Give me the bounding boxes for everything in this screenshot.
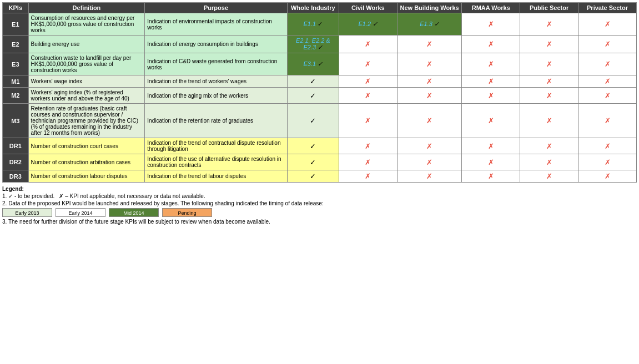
- table-row: M3 Retention rate of graduates (basic cr…: [3, 104, 637, 138]
- new-building-cell: ✗: [397, 170, 462, 183]
- whole-industry-cell: ✓: [287, 88, 339, 104]
- header-rmaa: RMAA Works: [462, 3, 520, 13]
- rmaa-cell: ✗: [462, 75, 520, 88]
- table-row: E3 Construction waste to landfill per da…: [3, 53, 637, 75]
- new-building-cell: ✗: [397, 104, 462, 138]
- whole-industry-cell: E1.1 ✓: [287, 13, 339, 36]
- civil-works-cell: E1.2 ✓: [339, 13, 397, 36]
- purpose-cell: Indication of the trend of labour disput…: [145, 170, 287, 183]
- purpose-cell: Indication of the trend of contractual d…: [145, 138, 287, 154]
- civil-works-cell: ✗: [339, 88, 397, 104]
- header-private: Private Sector: [578, 3, 637, 13]
- legend-title: Legend:: [2, 186, 637, 192]
- purpose-cell: Indication of C&D waste generated from c…: [145, 53, 287, 75]
- public-sector-cell: ✗: [520, 53, 578, 75]
- private-sector-cell: ✗: [578, 13, 637, 36]
- civil-works-cell: ✗: [339, 53, 397, 75]
- kpi-id: DR3: [3, 170, 29, 183]
- purpose-cell: Indication of energy consumption in buil…: [145, 36, 287, 53]
- table-row: E2 Building energy use Indication of ene…: [3, 36, 637, 53]
- header-definition: Definition: [28, 3, 145, 13]
- header-kpi: KPIs: [3, 3, 29, 13]
- whole-industry-cell: ✓: [287, 170, 339, 183]
- kpi-id: M2: [3, 88, 29, 104]
- civil-works-cell: ✗: [339, 36, 397, 53]
- table-row: DR1 Number of construction court cases I…: [3, 138, 637, 154]
- whole-industry-cell: ✓: [287, 138, 339, 154]
- new-building-cell: ✗: [397, 53, 462, 75]
- kpi-id: M1: [3, 75, 29, 88]
- legend-pending: Pending: [162, 208, 212, 217]
- private-sector-cell: ✗: [578, 154, 637, 170]
- private-sector-cell: ✗: [578, 36, 637, 53]
- legend-early2013: Early 2013: [2, 208, 52, 217]
- definition-cell: Building energy use: [28, 36, 145, 53]
- purpose-cell: Indication of environmental impacts of c…: [145, 13, 287, 36]
- header-new-building: New Building Works: [397, 3, 462, 13]
- rmaa-cell: ✗: [462, 138, 520, 154]
- legend-shading-items: Early 2013 Early 2014 Mid 2014 Pending: [2, 208, 637, 217]
- table-row: E1 Consumption of resources and energy p…: [3, 13, 637, 36]
- purpose-cell: Indication of the retention rate of grad…: [145, 104, 287, 138]
- whole-industry-cell: ✓: [287, 154, 339, 170]
- legend-note-1: 1. ✓ - to be provided. ✗ – KPI not appli…: [2, 193, 637, 199]
- header-civil: Civil Works: [339, 3, 397, 13]
- new-building-cell: ✗: [397, 138, 462, 154]
- rmaa-cell: ✗: [462, 104, 520, 138]
- civil-works-cell: ✗: [339, 75, 397, 88]
- definition-cell: Number of construction labour disputes: [28, 170, 145, 183]
- whole-industry-cell: ✓: [287, 104, 339, 138]
- public-sector-cell: ✗: [520, 13, 578, 36]
- whole-industry-cell: ✓: [287, 75, 339, 88]
- table-row: M1 Workers' wage index Indication of the…: [3, 75, 637, 88]
- new-building-cell: ✗: [397, 36, 462, 53]
- rmaa-cell: ✗: [462, 88, 520, 104]
- rmaa-cell: ✗: [462, 13, 520, 36]
- definition-cell: Number of construction court cases: [28, 138, 145, 154]
- purpose-cell: Indication of the aging mix of the worke…: [145, 88, 287, 104]
- table-row: DR3 Number of construction labour disput…: [3, 170, 637, 183]
- header-public: Public Sector: [520, 3, 578, 13]
- purpose-cell: Indication of the use of alternative dis…: [145, 154, 287, 170]
- header-whole: Whole Industry: [287, 3, 339, 13]
- kpi-id: DR2: [3, 154, 29, 170]
- kpi-id: DR1: [3, 138, 29, 154]
- public-sector-cell: ✗: [520, 104, 578, 138]
- public-sector-cell: ✗: [520, 154, 578, 170]
- public-sector-cell: ✗: [520, 36, 578, 53]
- civil-works-cell: ✗: [339, 154, 397, 170]
- table-row: M2 Workers' aging index (% of registered…: [3, 88, 637, 104]
- new-building-cell: E1.3 ✓: [397, 13, 462, 36]
- kpi-id: E3: [3, 53, 29, 75]
- whole-industry-cell: E2.1, E2.2 & E2.3 ✓: [287, 36, 339, 53]
- public-sector-cell: ✗: [520, 75, 578, 88]
- definition-cell: Consumption of resources and energy per …: [28, 13, 145, 36]
- new-building-cell: ✗: [397, 154, 462, 170]
- kpi-id: E2: [3, 36, 29, 53]
- definition-cell: Retention rate of graduates (basic craft…: [28, 104, 145, 138]
- rmaa-cell: ✗: [462, 36, 520, 53]
- legend-mid2014: Mid 2014: [109, 208, 159, 217]
- definition-cell: Workers' wage index: [28, 75, 145, 88]
- public-sector-cell: ✗: [520, 88, 578, 104]
- private-sector-cell: ✗: [578, 88, 637, 104]
- private-sector-cell: ✗: [578, 53, 637, 75]
- definition-cell: Construction waste to landfill per day p…: [28, 53, 145, 75]
- whole-industry-cell: E3.1 ✓: [287, 53, 339, 75]
- civil-works-cell: ✗: [339, 170, 397, 183]
- private-sector-cell: ✗: [578, 170, 637, 183]
- purpose-cell: Indication of the trend of workers' wage…: [145, 75, 287, 88]
- kpi-id: M3: [3, 104, 29, 138]
- private-sector-cell: ✗: [578, 75, 637, 88]
- public-sector-cell: ✗: [520, 170, 578, 183]
- legend-note-2: 2. Data of the proposed KPI would be lau…: [2, 200, 637, 206]
- legend-section: Legend: 1. ✓ - to be provided. ✗ – KPI n…: [2, 186, 637, 225]
- private-sector-cell: ✗: [578, 104, 637, 138]
- kpi-id: E1: [3, 13, 29, 36]
- rmaa-cell: ✗: [462, 154, 520, 170]
- definition-cell: Number of construction arbitration cases: [28, 154, 145, 170]
- new-building-cell: ✗: [397, 88, 462, 104]
- legend-early2014: Early 2014: [56, 208, 105, 217]
- table-row: DR2 Number of construction arbitration c…: [3, 154, 637, 170]
- civil-works-cell: ✗: [339, 138, 397, 154]
